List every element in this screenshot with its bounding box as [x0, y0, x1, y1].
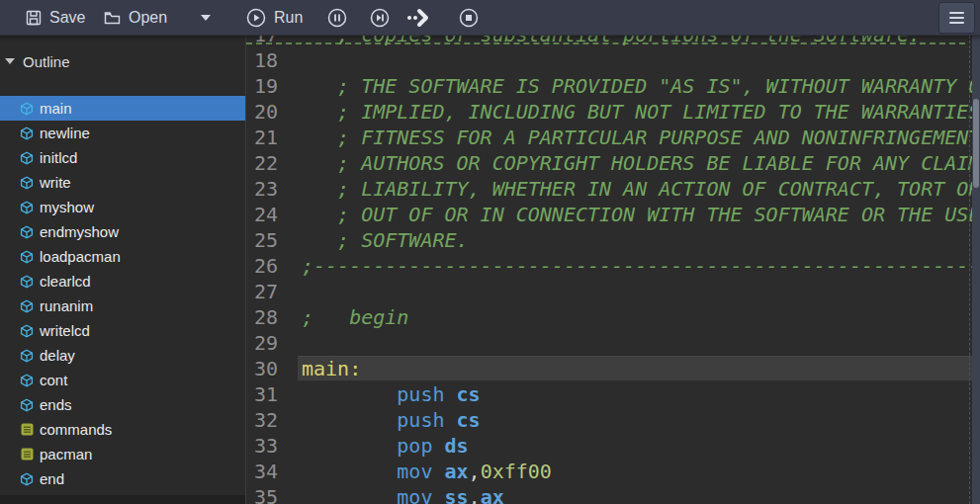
vertical-scrollbar[interactable] [972, 36, 980, 504]
dropdown-caret-icon [201, 15, 211, 21]
code-line[interactable]: 32 push cs [246, 407, 973, 433]
line-number: 20 [246, 99, 298, 125]
sidebar-item-commands[interactable]: commands [0, 417, 245, 442]
code-line[interactable]: 35 mov ss,ax [246, 484, 973, 504]
line-number: 35 [246, 484, 298, 504]
code-line[interactable]: 20 ; IMPLIED, INCLUDING BUT NOT LIMITED … [246, 99, 973, 125]
line-number: 19 [246, 73, 298, 99]
line-number: 17 [246, 36, 298, 47]
sidebar-item-main[interactable]: main [0, 96, 245, 121]
code-line[interactable]: 29 [246, 330, 973, 356]
sidebar-item-cont[interactable]: cont [0, 368, 245, 392]
code-line[interactable]: 22 ; AUTHORS OR COPYRIGHT HOLDERS BE LIA… [246, 150, 973, 176]
code-text: ; copies or substantial portions of the … [298, 36, 973, 47]
code-lines: 17 ; copies or substantial portions of t… [246, 36, 973, 504]
line-number: 23 [246, 176, 298, 202]
line-number: 32 [246, 407, 298, 433]
code-text: ;---------------------------------------… [298, 253, 973, 279]
stop-button[interactable] [458, 0, 480, 36]
code-text: ; FITNESS FOR A PARTICULAR PURPOSE AND N… [298, 125, 973, 150]
line-number: 33 [246, 433, 298, 459]
line-number: 34 [246, 459, 298, 484]
code-line[interactable]: 33 pop ds [246, 433, 973, 459]
code-line[interactable]: 25 ; SOFTWARE. [246, 227, 973, 253]
line-number: 21 [246, 125, 298, 150]
save-button[interactable]: Save [25, 0, 85, 36]
code-line[interactable]: 24 ; OUT OF OR IN CONNECTION WITH THE SO… [246, 202, 973, 227]
cube-symbol-icon [20, 201, 34, 214]
sidebar-item-myshow[interactable]: myshow [0, 195, 245, 219]
code-line[interactable]: 21 ; FITNESS FOR A PARTICULAR PURPOSE AN… [246, 125, 973, 150]
sidebar-item-delay[interactable]: delay [0, 343, 245, 368]
pause-circle-icon [326, 7, 348, 29]
data-list-icon [20, 423, 34, 437]
code-line[interactable]: 23 ; LIABILITY, WHETHER IN AN ACTION OF … [246, 176, 973, 202]
code-text: ; OUT OF OR IN CONNECTION WITH THE SOFTW… [298, 202, 973, 227]
code-text: mov ax,0xff00 [298, 459, 973, 484]
sidebar-item-write[interactable]: write [0, 170, 245, 195]
sidebar-item-end[interactable]: end [0, 466, 245, 491]
code-text: push cs [298, 381, 973, 407]
open-dropdown-button[interactable] [194, 0, 218, 36]
code-line[interactable]: 19 ; THE SOFTWARE IS PROVIDED "AS IS", W… [246, 73, 973, 99]
code-text: ; IMPLIED, INCLUDING BUT NOT LIMITED TO … [298, 99, 973, 125]
cube-symbol-icon [20, 126, 34, 140]
cube-symbol-icon [20, 349, 34, 363]
run-to-cursor-button[interactable] [405, 0, 431, 36]
open-button[interactable]: Open [103, 0, 167, 36]
sidebar-item-label: myshow [40, 199, 94, 215]
code-line[interactable]: 34 mov ax,0xff00 [246, 459, 973, 484]
code-line[interactable]: 26;-------------------------------------… [246, 253, 973, 279]
code-line[interactable]: 31 push cs [246, 381, 973, 407]
step-forward-button[interactable] [369, 0, 391, 36]
code-line[interactable]: 18 [246, 47, 973, 73]
sidebar-item-label: initlcd [40, 149, 77, 166]
sidebar-item-label: writelcd [40, 322, 90, 339]
cube-symbol-icon [20, 374, 34, 387]
toolbar: Save Open Run [0, 0, 980, 36]
cube-symbol-icon [20, 299, 34, 313]
sidebar-item-writelcd[interactable]: writelcd [0, 318, 245, 343]
cube-symbol-icon [20, 275, 34, 289]
line-number: 26 [246, 253, 298, 279]
save-button-label: Save [49, 9, 85, 27]
code-text: mov ss,ax [298, 484, 973, 504]
sidebar-item-loadpacman[interactable]: loadpacman [0, 244, 245, 269]
code-line[interactable]: 27 [246, 279, 973, 304]
cube-symbol-icon [20, 151, 34, 165]
sidebar-item-label: main [40, 100, 72, 117]
cube-symbol-icon [20, 324, 34, 338]
sidebar-item-label: end [40, 470, 64, 487]
line-number: 22 [246, 150, 298, 176]
fast-forward-icon [405, 6, 431, 30]
cube-symbol-icon [20, 102, 34, 116]
cube-symbol-icon [20, 176, 34, 190]
sidebar-item-label: endmyshow [40, 223, 119, 240]
hamburger-menu-button[interactable] [938, 2, 975, 34]
collapse-caret-icon [5, 58, 15, 64]
sidebar-item-clearlcd[interactable]: clearlcd [0, 269, 245, 294]
folder-open-icon [103, 9, 122, 27]
assembler-ide-window: Save Open Run [0, 0, 980, 504]
sidebar-item-newline[interactable]: newline [0, 121, 245, 145]
floppy-icon [25, 9, 43, 27]
pause-button[interactable] [326, 0, 348, 36]
code-text: ; THE SOFTWARE IS PROVIDED "AS IS", WITH… [298, 73, 973, 99]
outline-header[interactable]: Outline [0, 49, 70, 73]
sidebar-item-label: newline [40, 125, 90, 141]
sidebar-item-runanim[interactable]: runanim [0, 294, 245, 318]
sidebar-item-pacman[interactable]: pacman [0, 442, 245, 466]
run-button[interactable]: Run [245, 0, 303, 36]
cube-symbol-icon [20, 398, 34, 412]
code-line-current[interactable]: 30main: [246, 356, 973, 381]
line-number: 25 [246, 227, 298, 253]
scrollbar-thumb[interactable] [973, 99, 979, 188]
code-line[interactable]: 17 ; copies or substantial portions of t… [246, 36, 973, 47]
sidebar-item-initlcd[interactable]: initlcd [0, 145, 245, 170]
cube-symbol-icon [20, 250, 34, 264]
sidebar-item-endmyshow[interactable]: endmyshow [0, 219, 245, 244]
run-circle-icon [245, 7, 267, 29]
code-line[interactable]: 28; begin [246, 304, 973, 330]
sidebar-item-ends[interactable]: ends [0, 392, 245, 417]
code-editor[interactable]: 17 ; copies or substantial portions of t… [245, 36, 980, 504]
